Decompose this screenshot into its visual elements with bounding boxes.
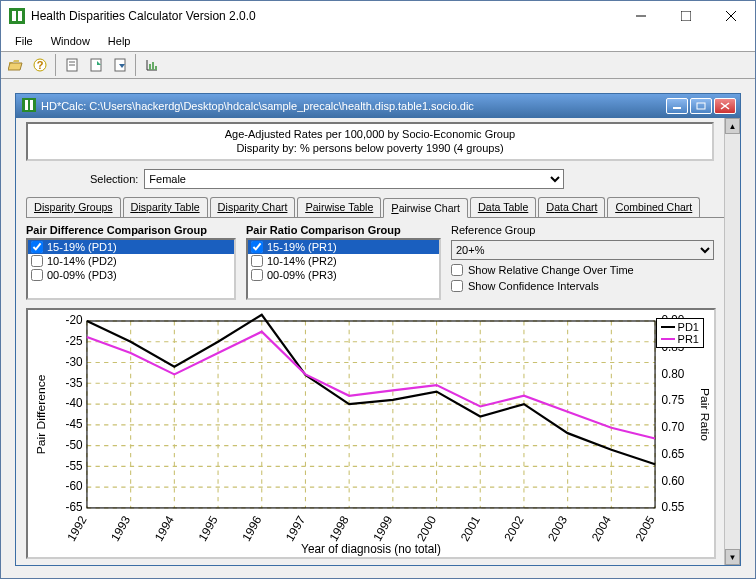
svg-text:0.55: 0.55 <box>661 500 684 514</box>
close-button[interactable] <box>708 2 753 30</box>
menu-window[interactable]: Window <box>43 33 98 49</box>
svg-rect-0 <box>9 8 25 24</box>
list-item[interactable]: 10-14% (PD2) <box>28 254 234 268</box>
open-icon[interactable] <box>5 54 27 76</box>
svg-rect-18 <box>155 66 157 70</box>
chk-relative-change[interactable]: Show Relative Change Over Time <box>451 264 714 276</box>
tool-export-icon[interactable] <box>109 54 131 76</box>
svg-text:0.65: 0.65 <box>661 446 684 460</box>
tab-disparity-table[interactable]: Disparity Table <box>123 197 208 217</box>
svg-text:Pair Difference: Pair Difference <box>34 374 48 454</box>
svg-text:1998: 1998 <box>327 513 352 544</box>
mdi-child-window: HD*Calc: C:\Users\hackerdg\Desktop\hdcal… <box>15 93 741 566</box>
pr-listbox[interactable]: 15-19% (PR1)10-14% (PR2)00-09% (PR3) <box>246 238 441 300</box>
maximize-button[interactable] <box>663 2 708 30</box>
scroll-down-icon[interactable]: ▼ <box>725 549 740 565</box>
mdi-app-icon <box>22 98 36 114</box>
svg-text:-20: -20 <box>66 313 83 327</box>
checkbox[interactable] <box>31 241 43 253</box>
app-icon <box>9 8 25 24</box>
mdi-maximize-button[interactable] <box>690 98 712 114</box>
svg-rect-82 <box>87 321 655 508</box>
svg-text:2000: 2000 <box>414 513 439 544</box>
svg-rect-17 <box>152 62 154 70</box>
selection-dropdown[interactable]: Female <box>144 169 564 189</box>
svg-text:-30: -30 <box>66 354 83 368</box>
tab-data-chart[interactable]: Data Chart <box>538 197 605 217</box>
tool-sheet2-icon[interactable] <box>85 54 107 76</box>
mdi-body: ▲ ▼ Age-Adjusted Rates per 100,000 by So… <box>16 118 740 565</box>
reference-dropdown[interactable]: 20+% <box>451 240 714 260</box>
pr-group: Pair Ratio Comparison Group 15-19% (PR1)… <box>246 224 441 300</box>
svg-text:1994: 1994 <box>152 513 177 544</box>
tool-sheet1-icon[interactable] <box>61 54 83 76</box>
chk-confidence-intervals[interactable]: Show Confidence Intervals <box>451 280 714 292</box>
svg-text:-25: -25 <box>66 334 83 348</box>
header-box: Age-Adjusted Rates per 100,000 by Socio-… <box>26 122 714 161</box>
svg-rect-23 <box>697 103 705 109</box>
pairwise-chart: -20-25-30-35-40-45-50-55-60-650.900.850.… <box>26 308 716 559</box>
tab-pairwise-chart[interactable]: Pairwise Chart <box>383 198 468 218</box>
checkbox[interactable] <box>31 255 43 267</box>
svg-text:2003: 2003 <box>545 513 570 544</box>
tab-data-table[interactable]: Data Table <box>470 197 536 217</box>
list-item[interactable]: 00-09% (PR3) <box>248 268 439 282</box>
svg-text:1997: 1997 <box>283 513 308 544</box>
tab-disparity-groups[interactable]: Disparity Groups <box>26 197 121 217</box>
tab-pairwise-table[interactable]: Pairwise Table <box>297 197 381 217</box>
window-title: Health Disparities Calculator Version 2.… <box>31 9 618 23</box>
tool-chart-icon[interactable] <box>141 54 163 76</box>
selection-label: Selection: <box>90 173 138 185</box>
scroll-up-icon[interactable]: ▲ <box>725 118 740 134</box>
svg-text:-55: -55 <box>66 458 83 472</box>
svg-text:2002: 2002 <box>501 513 526 544</box>
checkbox[interactable] <box>251 255 263 267</box>
svg-rect-4 <box>681 11 691 21</box>
help-icon[interactable]: ? <box>29 54 51 76</box>
svg-text:Pair Ratio: Pair Ratio <box>698 388 712 441</box>
outer-titlebar: Health Disparities Calculator Version 2.… <box>1 1 755 31</box>
svg-text:-65: -65 <box>66 500 83 514</box>
minimize-button[interactable] <box>618 2 663 30</box>
mdi-close-button[interactable] <box>714 98 736 114</box>
pr-group-title: Pair Ratio Comparison Group <box>246 224 441 236</box>
svg-text:2004: 2004 <box>589 513 614 544</box>
tab-combined-chart[interactable]: Combined Chart <box>607 197 700 217</box>
selection-row: Selection: Female <box>90 169 730 189</box>
list-item[interactable]: 15-19% (PD1) <box>28 240 234 254</box>
workspace: HD*Calc: C:\Users\hackerdg\Desktop\hdcal… <box>1 79 755 579</box>
checkbox[interactable] <box>251 269 263 281</box>
svg-rect-1 <box>12 11 16 21</box>
pd-group: Pair Difference Comparison Group 15-19% … <box>26 224 236 300</box>
svg-rect-16 <box>149 64 151 70</box>
checkbox[interactable] <box>31 269 43 281</box>
list-item[interactable]: 15-19% (PR1) <box>248 240 439 254</box>
list-item[interactable]: 00-09% (PD3) <box>28 268 234 282</box>
tab-strip: Disparity GroupsDisparity TableDisparity… <box>26 197 730 218</box>
svg-rect-21 <box>30 100 33 110</box>
pd-listbox[interactable]: 15-19% (PD1)10-14% (PD2)00-09% (PD3) <box>26 238 236 300</box>
svg-text:-40: -40 <box>66 396 83 410</box>
mdi-title: HD*Calc: C:\Users\hackerdg\Desktop\hdcal… <box>41 100 666 112</box>
svg-text:-45: -45 <box>66 417 83 431</box>
svg-text:1993: 1993 <box>108 513 133 544</box>
mdi-titlebar: HD*Calc: C:\Users\hackerdg\Desktop\hdcal… <box>16 94 740 118</box>
svg-text:0.70: 0.70 <box>661 420 684 434</box>
list-item[interactable]: 10-14% (PR2) <box>248 254 439 268</box>
header-line2: Disparity by: % persons below poverty 19… <box>28 141 712 155</box>
checkbox[interactable] <box>251 241 263 253</box>
menu-help[interactable]: Help <box>100 33 139 49</box>
svg-rect-19 <box>22 98 36 112</box>
svg-text:?: ? <box>37 59 44 71</box>
svg-text:Year of diagnosis (no total): Year of diagnosis (no total) <box>301 541 441 555</box>
mdi-minimize-button[interactable] <box>666 98 688 114</box>
tab-disparity-chart[interactable]: Disparity Chart <box>210 197 296 217</box>
svg-text:-60: -60 <box>66 479 83 493</box>
ref-title: Reference Group <box>451 224 714 236</box>
svg-text:-35: -35 <box>66 375 83 389</box>
svg-text:0.80: 0.80 <box>661 366 684 380</box>
chart-legend: PD1 PR1 <box>656 318 704 348</box>
vertical-scrollbar[interactable]: ▲ ▼ <box>724 118 740 565</box>
toolbar: ? <box>1 51 755 79</box>
menu-file[interactable]: File <box>7 33 41 49</box>
